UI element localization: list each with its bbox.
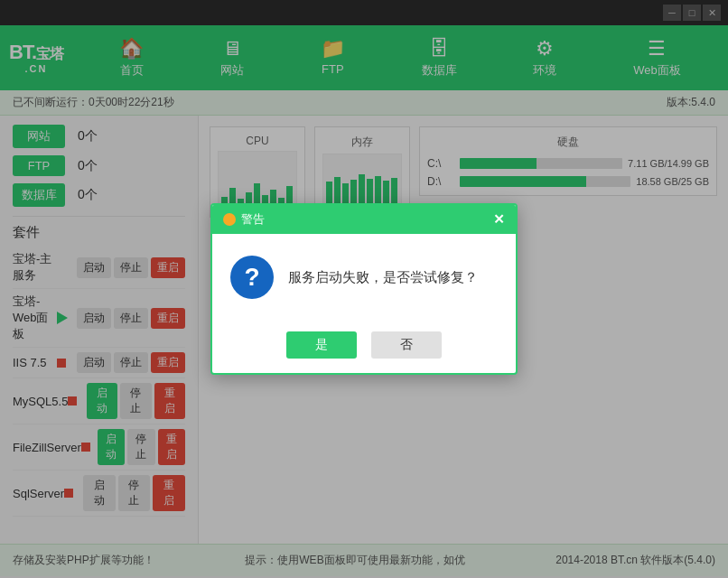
- dialog-overlay: 警告 ✕ ? 服务启动失败，是否尝试修复？ 是 否: [0, 0, 728, 578]
- dialog-close-button[interactable]: ✕: [493, 211, 505, 228]
- dialog-title: 警告: [241, 211, 265, 228]
- dialog-body: ? 服务启动失败，是否尝试修复？: [212, 234, 516, 321]
- dialog-warn-icon: [223, 213, 236, 226]
- dialog-yes-button[interactable]: 是: [286, 331, 357, 359]
- dialog-no-button[interactable]: 否: [371, 331, 442, 359]
- warning-dialog: 警告 ✕ ? 服务启动失败，是否尝试修复？ 是 否: [210, 203, 518, 375]
- dialog-footer: 是 否: [212, 321, 516, 373]
- dialog-message: 服务启动失败，是否尝试修复？: [288, 269, 478, 286]
- dialog-header-content: 警告: [223, 211, 265, 228]
- dialog-header: 警告 ✕: [212, 205, 516, 234]
- question-icon: ?: [230, 256, 274, 299]
